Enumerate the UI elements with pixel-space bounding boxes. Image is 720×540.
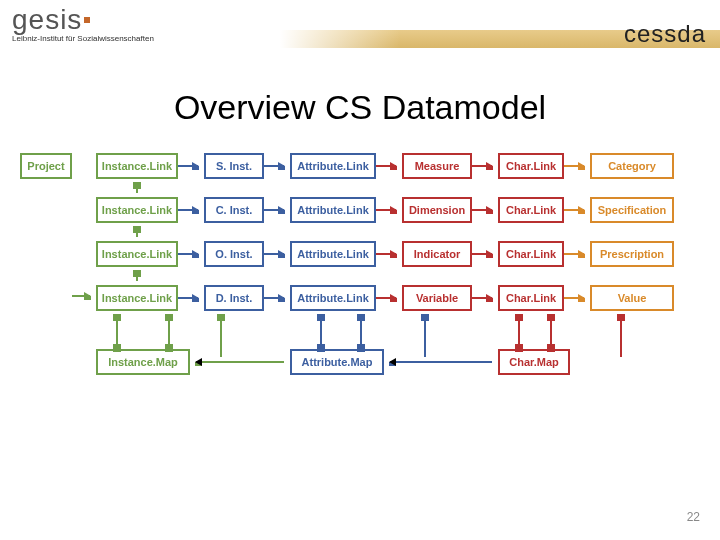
attribute-link-1: Attribute.Link xyxy=(290,153,376,179)
arrow-il4-inst4 xyxy=(178,297,198,299)
source-charmap-a xyxy=(518,345,520,349)
arrow-charmap-attrmap xyxy=(390,361,492,363)
inst-c: C. Inst. xyxy=(204,197,264,223)
char-specification: Specification xyxy=(590,197,674,223)
attribute-link-2: Attribute.Link xyxy=(290,197,376,223)
attr-dimension: Dimension xyxy=(402,197,472,223)
arrow-cl2-char2 xyxy=(564,209,584,211)
arrow-instmap-il4-a xyxy=(116,315,118,345)
instance-link-1: Instance.Link xyxy=(96,153,178,179)
arrow-charmap-cl4-b xyxy=(550,315,552,345)
gesis-logo: gesis Leibniz-Institut für Sozialwissens… xyxy=(12,4,154,43)
arrow-attr3-cl3 xyxy=(472,253,492,255)
instance-map: Instance.Map xyxy=(96,349,190,375)
attribute-link-3: Attribute.Link xyxy=(290,241,376,267)
char-link-3: Char.Link xyxy=(498,241,564,267)
source-instmap-b xyxy=(168,345,170,349)
arrow-inst2-al2 xyxy=(264,209,284,211)
char-map: Char.Map xyxy=(498,349,570,375)
page-number: 22 xyxy=(687,510,700,524)
source-attrmap-a xyxy=(320,345,322,349)
arrow-al2-attr2 xyxy=(376,209,396,211)
datamodel-diagram: Project Instance.Link S. Inst. Attribute… xyxy=(20,153,700,413)
inst-s: S. Inst. xyxy=(204,153,264,179)
char-link-4: Char.Link xyxy=(498,285,564,311)
source-instmap-a xyxy=(116,345,118,349)
attribute-map: Attribute.Map xyxy=(290,349,384,375)
inst-o: O. Inst. xyxy=(204,241,264,267)
arrow-attrmap-variable xyxy=(424,315,426,357)
arrow-inst4-al4 xyxy=(264,297,284,299)
arrow-al3-attr3 xyxy=(376,253,396,255)
arrow-il1-inst1 xyxy=(178,165,198,167)
arrow-il4-il3 xyxy=(136,271,138,281)
arrow-il2-inst2 xyxy=(178,209,198,211)
char-value: Value xyxy=(590,285,674,311)
slide-header: gesis Leibniz-Institut für Sozialwissens… xyxy=(0,0,720,58)
arrow-attr4-cl4 xyxy=(472,297,492,299)
slide-title: Overview CS Datamodel xyxy=(0,88,720,127)
arrow-attr2-cl2 xyxy=(472,209,492,211)
gesis-logo-text: gesis xyxy=(12,4,82,35)
arrow-charmap-value xyxy=(620,315,622,357)
arrow-il3-inst3 xyxy=(178,253,198,255)
arrow-attrmap-al4-b xyxy=(360,315,362,345)
arrow-instmap-instd xyxy=(220,315,222,357)
source-attrmap-b xyxy=(360,345,362,349)
arrow-inst3-al3 xyxy=(264,253,284,255)
gesis-logo-subtitle: Leibniz-Institut für Sozialwissenschafte… xyxy=(12,34,154,43)
project-box: Project xyxy=(20,153,72,179)
arrow-cl1-char1 xyxy=(564,165,584,167)
source-charmap-b xyxy=(550,345,552,349)
char-category: Category xyxy=(590,153,674,179)
char-link-2: Char.Link xyxy=(498,197,564,223)
attr-variable: Variable xyxy=(402,285,472,311)
arrow-inst1-al1 xyxy=(264,165,284,167)
char-prescription: Prescription xyxy=(590,241,674,267)
gesis-logo-square-icon xyxy=(84,17,90,23)
arrow-attr1-cl1 xyxy=(472,165,492,167)
cessda-logo: cessda xyxy=(624,20,706,48)
arrow-project-to-il xyxy=(72,295,90,297)
arrow-cl3-char3 xyxy=(564,253,584,255)
attr-measure: Measure xyxy=(402,153,472,179)
attribute-link-4: Attribute.Link xyxy=(290,285,376,311)
arrow-attrmap-instmap xyxy=(196,361,284,363)
arrow-attrmap-al4-a xyxy=(320,315,322,345)
arrow-cl4-char4 xyxy=(564,297,584,299)
attr-indicator: Indicator xyxy=(402,241,472,267)
arrow-al4-attr4 xyxy=(376,297,396,299)
inst-d: D. Inst. xyxy=(204,285,264,311)
arrow-instmap-il4-b xyxy=(168,315,170,345)
arrow-charmap-cl4-a xyxy=(518,315,520,345)
arrow-il3-il2 xyxy=(136,227,138,237)
instance-link-3: Instance.Link xyxy=(96,241,178,267)
arrow-il2-il1 xyxy=(136,183,138,193)
instance-link-2: Instance.Link xyxy=(96,197,178,223)
arrow-al1-attr1 xyxy=(376,165,396,167)
instance-link-4: Instance.Link xyxy=(96,285,178,311)
char-link-1: Char.Link xyxy=(498,153,564,179)
